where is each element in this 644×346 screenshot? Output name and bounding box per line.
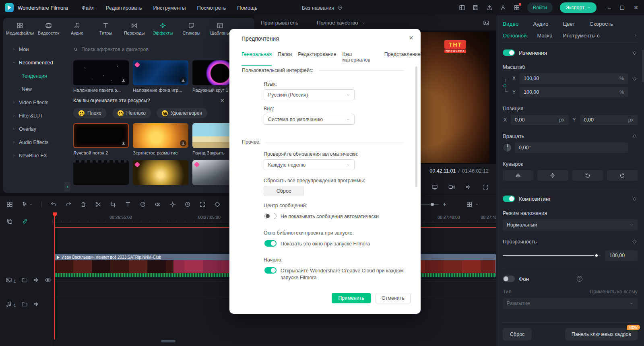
position-y-input[interactable]: 0,00px bbox=[580, 115, 638, 125]
effect-thumbnail[interactable] bbox=[73, 160, 129, 185]
keyframe-diamond-icon[interactable] bbox=[631, 197, 638, 201]
fit-timeline-icon[interactable] bbox=[199, 201, 206, 208]
subtabs-more-chevron-icon[interactable] bbox=[634, 33, 638, 39]
maximize-button[interactable]: ☐ bbox=[620, 4, 625, 11]
blend-mode-dropdown[interactable]: Нормальный bbox=[503, 219, 638, 231]
delete-icon[interactable] bbox=[80, 201, 87, 208]
compositing-toggle[interactable] bbox=[503, 196, 515, 202]
opacity-slider-knob[interactable] bbox=[594, 253, 599, 258]
effect-item[interactable]: Зернистое размытие bbox=[133, 123, 188, 155]
sidebar-item-my[interactable]: Мои bbox=[3, 43, 68, 56]
apply-button[interactable]: Применить bbox=[332, 293, 371, 303]
layout-icon[interactable] bbox=[459, 4, 465, 11]
link-clips-icon[interactable] bbox=[22, 218, 28, 224]
tab-cache[interactable]: Кэш материалов bbox=[342, 51, 378, 66]
subtab-basic[interactable]: Основной bbox=[503, 33, 527, 39]
dialog-scrollbar[interactable] bbox=[415, 66, 417, 187]
track-mute-icon[interactable] bbox=[33, 277, 39, 283]
keyframe-diamond-icon[interactable] bbox=[631, 239, 638, 244]
tab-titles[interactable]: Титры bbox=[91, 22, 120, 35]
export-button[interactable]: Экспорт bbox=[560, 2, 597, 13]
search-input[interactable] bbox=[81, 47, 230, 52]
select-tool-icon[interactable] bbox=[21, 201, 33, 208]
download-icon[interactable] bbox=[180, 140, 186, 146]
blur-dropdown[interactable]: Размытие bbox=[503, 298, 638, 309]
effect-thumbnail[interactable] bbox=[133, 123, 188, 148]
login-button[interactable]: Войти bbox=[527, 2, 553, 13]
preview-image-icon[interactable] bbox=[483, 20, 489, 26]
track-lock-icon[interactable] bbox=[21, 301, 28, 307]
effect-thumbnail[interactable] bbox=[133, 60, 188, 85]
background-toggle[interactable] bbox=[503, 276, 515, 282]
help-icon[interactable]: ? bbox=[577, 276, 582, 282]
effect-item[interactable] bbox=[73, 160, 129, 185]
flip-vertical-button[interactable] bbox=[537, 170, 568, 181]
mask-icon[interactable] bbox=[155, 201, 161, 208]
chevron-down-icon[interactable] bbox=[475, 202, 479, 206]
motion-track-icon[interactable] bbox=[169, 201, 176, 208]
video-track-icon[interactable] bbox=[6, 277, 12, 283]
menu-edit[interactable]: Редактировать bbox=[106, 5, 142, 11]
tab-general[interactable]: Генеральная bbox=[242, 51, 272, 66]
text-tool-icon[interactable] bbox=[125, 201, 131, 208]
sidebar-item-new[interactable]: New bbox=[3, 82, 68, 96]
startup-toggle[interactable] bbox=[264, 267, 277, 274]
tab-effects[interactable]: Эффекты bbox=[149, 22, 177, 35]
quality-dropdown[interactable]: Полное качество bbox=[317, 20, 365, 26]
subtab-mask[interactable]: Маска bbox=[537, 33, 553, 39]
opacity-slider[interactable] bbox=[503, 255, 601, 256]
audio-track-icon[interactable] bbox=[6, 301, 12, 307]
menu-view[interactable]: Посмотреть bbox=[197, 5, 226, 11]
rating-ok-button[interactable]: Неплохо bbox=[112, 108, 151, 118]
redo-icon[interactable] bbox=[65, 201, 72, 208]
library-window-toggle[interactable] bbox=[264, 240, 277, 247]
share-icon[interactable] bbox=[486, 4, 493, 11]
snapshot-camera-icon[interactable] bbox=[448, 184, 455, 190]
tab-speed[interactable]: Скорость bbox=[590, 21, 613, 27]
flip-horizontal-button[interactable] bbox=[503, 170, 533, 181]
rotate-right-button[interactable] bbox=[607, 170, 638, 181]
menu-file[interactable]: Файл bbox=[82, 5, 95, 11]
fullscreen-icon[interactable] bbox=[482, 184, 489, 190]
tab-stock[interactable]: Видеосток bbox=[34, 22, 63, 35]
media-to-timeline-icon[interactable] bbox=[6, 201, 13, 208]
close-button[interactable]: ✕ bbox=[634, 4, 638, 11]
tab-editing[interactable]: Редактирование bbox=[298, 51, 336, 66]
subtab-tools[interactable]: Инструменты с bbox=[563, 33, 600, 39]
appearance-dropdown[interactable]: Система по умолчанию bbox=[264, 114, 355, 125]
keyframe-diamond-icon[interactable] bbox=[631, 134, 638, 138]
profile-icon[interactable] bbox=[500, 4, 506, 11]
effect-thumbnail[interactable] bbox=[73, 60, 129, 85]
sidebar-item-newblue[interactable]: NewBlue FX bbox=[3, 149, 68, 162]
tab-stickers[interactable]: Стикеры bbox=[177, 22, 206, 35]
scale-lock-icon[interactable] bbox=[502, 82, 507, 89]
track-view-icon[interactable] bbox=[466, 201, 473, 208]
tab-video[interactable]: Видео bbox=[503, 21, 518, 27]
rotation-dial[interactable] bbox=[503, 143, 512, 152]
updates-dropdown[interactable]: Каждую неделю bbox=[264, 159, 355, 170]
reset-properties-button[interactable]: Сброс bbox=[503, 328, 532, 340]
message-center-toggle[interactable] bbox=[264, 213, 277, 219]
position-x-input[interactable]: 0,00px bbox=[511, 115, 569, 125]
menu-tools[interactable]: Инструменты bbox=[153, 5, 186, 11]
keyframe-panel-button[interactable]: Панель ключевых кадров NEW bbox=[565, 328, 638, 340]
sidebar-item-filter-lut[interactable]: Filter&LUT bbox=[3, 109, 68, 122]
timeline-horizontal-scrollbar[interactable] bbox=[161, 340, 175, 342]
download-icon[interactable] bbox=[120, 140, 127, 146]
scale-x-input[interactable]: 100,00% bbox=[520, 73, 628, 84]
cancel-button[interactable]: Отменить bbox=[376, 293, 411, 303]
language-dropdown[interactable]: Русский (Россия) bbox=[264, 89, 355, 100]
display-device-icon[interactable] bbox=[431, 184, 438, 190]
sidebar-item-recommended[interactable]: Recommended bbox=[3, 56, 68, 69]
panel-scrollbar[interactable] bbox=[642, 50, 644, 82]
tab-media[interactable]: Медиафайлы bbox=[6, 22, 34, 35]
transform-toggle[interactable] bbox=[503, 49, 515, 56]
download-icon[interactable] bbox=[120, 77, 127, 84]
effect-thumbnail[interactable] bbox=[133, 160, 188, 185]
zoom-in-icon[interactable]: + bbox=[443, 201, 446, 208]
minimize-button[interactable]: – bbox=[608, 4, 611, 11]
tab-audio-props[interactable]: Аудио bbox=[533, 21, 548, 27]
scale-y-input[interactable]: 100,00% bbox=[520, 87, 628, 97]
effect-thumbnail[interactable] bbox=[73, 123, 129, 148]
sidebar-item-trending[interactable]: Тенденция bbox=[3, 69, 68, 82]
